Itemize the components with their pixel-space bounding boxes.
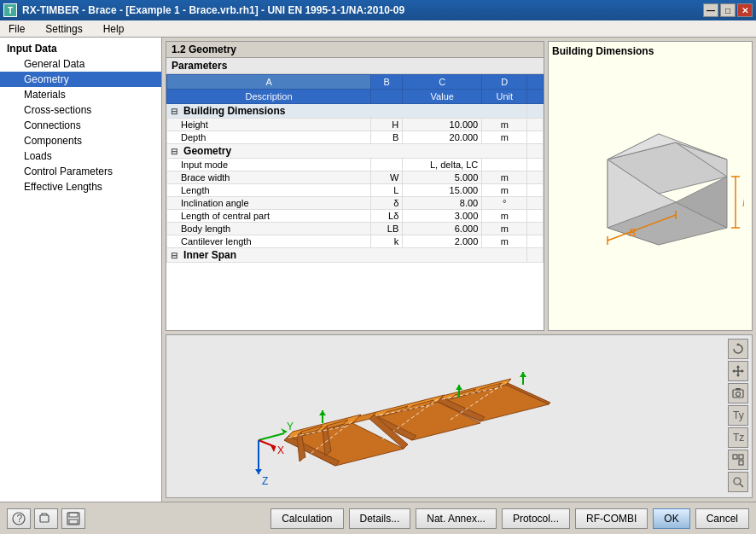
depth-label: Depth: [167, 131, 371, 144]
save-button[interactable]: [61, 508, 85, 529]
content-area: 1.2 Geometry Parameters A: [162, 38, 756, 502]
svg-point-65: [734, 478, 741, 485]
table-container[interactable]: A B C D Description Value Unit: [166, 74, 544, 330]
bottom-left: ?: [7, 508, 85, 529]
help-button[interactable]: ?: [7, 508, 31, 529]
inner-span-header: ⊟ Inner Span: [167, 248, 544, 263]
brace-width-unit: m: [482, 171, 527, 184]
svg-text:?: ?: [17, 513, 23, 525]
input-mode-value[interactable]: L, delta, LC: [403, 159, 482, 171]
title-bar-text: T RX-TIMBER - Brace - [Example 1 - Brace…: [3, 3, 404, 17]
scroll-spacer2: [527, 90, 544, 104]
svg-rect-71: [69, 513, 78, 517]
central-part-b: Lδ: [371, 210, 403, 223]
menu-settings[interactable]: Settings: [40, 21, 87, 37]
calculation-button[interactable]: Calculation: [270, 508, 343, 529]
depth-b: B: [371, 131, 403, 144]
pan-button[interactable]: [728, 361, 748, 381]
bottom-right: Calculation Details... Nat. Annex... Pro…: [270, 508, 749, 529]
sidebar-item-materials[interactable]: Materials: [0, 87, 161, 102]
sidebar-item-loads[interactable]: Loads: [0, 148, 161, 164]
cantilever-label: Cantilever length: [167, 235, 371, 248]
col-d-header: D: [482, 75, 527, 90]
scroll-spacer: [527, 75, 544, 90]
table-row: Height H 10.000 m: [167, 119, 544, 131]
open-button[interactable]: [34, 508, 58, 529]
app-icon: T: [3, 3, 17, 17]
title-bar: T RX-TIMBER - Brace - [Example 1 - Brace…: [0, 0, 756, 20]
menu-help[interactable]: Help: [98, 21, 130, 37]
menu-bar: File Settings Help: [0, 20, 756, 38]
svg-marker-54: [736, 374, 740, 377]
svg-marker-47: [319, 410, 326, 415]
svg-text:Ty: Ty: [733, 409, 744, 421]
menu-file[interactable]: File: [3, 21, 30, 37]
length-label: Length: [167, 184, 371, 197]
sidebar-item-components[interactable]: Components: [0, 133, 161, 148]
svg-rect-62: [733, 455, 737, 459]
table-row: Length L 15.000 m: [167, 184, 544, 197]
minimize-button[interactable]: —: [703, 3, 718, 17]
collapse-icon[interactable]: ⊟: [171, 107, 177, 116]
inner-span-collapse-icon[interactable]: ⊟: [171, 251, 177, 260]
body-length-label: Body length: [167, 223, 371, 235]
protocol-button[interactable]: Protocol...: [502, 508, 570, 529]
input-mode-b: [371, 159, 403, 171]
brace-width-b: W: [371, 171, 403, 184]
nat-annex-button[interactable]: Nat. Annex...: [416, 508, 497, 529]
rotate-button[interactable]: [728, 339, 748, 359]
viewport-panel[interactable]: Y X Z: [166, 334, 753, 498]
sidebar-item-cross-sections[interactable]: Cross-sections: [0, 102, 161, 118]
panel-title: 1.2 Geometry: [166, 42, 544, 58]
depth-value[interactable]: 20.000: [403, 131, 482, 144]
top-panel: 1.2 Geometry Parameters A: [166, 41, 753, 331]
params-table: A B C D Description Value Unit: [166, 74, 544, 263]
search-button[interactable]: [728, 472, 748, 492]
table-row: Body length LB 6.000 m: [167, 223, 544, 235]
height-value[interactable]: 10.000: [403, 119, 482, 131]
cancel-button[interactable]: Cancel: [695, 508, 749, 529]
body-length-b: LB: [371, 223, 403, 235]
svg-rect-59: [736, 388, 741, 390]
maximize-button[interactable]: □: [720, 3, 736, 17]
svg-marker-49: [456, 385, 462, 390]
geometry-collapse-icon[interactable]: ⊟: [171, 147, 177, 156]
depth-unit: m: [482, 131, 527, 144]
viewport-row: Y X Z: [166, 334, 753, 498]
building-dimensions-header: ⊟ Building Dimensions: [167, 104, 544, 119]
details-button[interactable]: Details...: [349, 508, 411, 529]
bottom-bar: ? Calculation Details... Nat. Annex... P…: [0, 502, 756, 534]
length-value[interactable]: 15.000: [403, 184, 482, 197]
header-description: Description: [167, 90, 371, 104]
y-axis-label: Y: [287, 421, 294, 432]
sidebar-item-geometry[interactable]: Geometry: [0, 72, 161, 87]
viewport-controls: Ty Tz: [728, 339, 748, 492]
zoom-z-button[interactable]: Tz: [728, 427, 748, 448]
brace-width-value[interactable]: 5.000: [403, 171, 482, 184]
inclination-b: δ: [371, 197, 403, 210]
screenshot-button[interactable]: [728, 383, 748, 403]
fit-button[interactable]: [728, 450, 748, 470]
title-bar-title: RX-TIMBER - Brace - [Example 1 - Brace.v…: [22, 4, 404, 16]
cantilever-b: k: [371, 235, 403, 248]
b-label: B: [629, 227, 636, 239]
brace-width-label: Brace width: [167, 171, 371, 184]
sidebar-item-control-parameters[interactable]: Control Parameters: [0, 164, 161, 179]
sidebar-item-effective-lengths[interactable]: Effective Lengths: [0, 179, 161, 194]
rf-combi-button[interactable]: RF-COMBI: [575, 508, 648, 529]
height-label: Height: [167, 119, 371, 131]
inclination-value[interactable]: 8.00: [403, 197, 482, 210]
cantilever-value[interactable]: 2.000: [403, 235, 482, 248]
sidebar-item-general-data[interactable]: General Data: [0, 56, 161, 72]
inclination-unit: °: [482, 197, 527, 210]
sidebar-item-connections[interactable]: Connections: [0, 118, 161, 133]
zoom-xy-button[interactable]: Ty: [728, 405, 748, 426]
close-button[interactable]: ✕: [737, 3, 753, 17]
ok-button[interactable]: OK: [653, 508, 689, 529]
body-length-value[interactable]: 6.000: [403, 223, 482, 235]
header-unit: Unit: [482, 90, 527, 104]
sidebar: Input Data General Data Geometry Materia…: [0, 38, 162, 502]
central-part-value[interactable]: 3.000: [403, 210, 482, 223]
svg-line-40: [259, 433, 284, 440]
inner-span-label: ⊟ Inner Span: [167, 248, 527, 263]
